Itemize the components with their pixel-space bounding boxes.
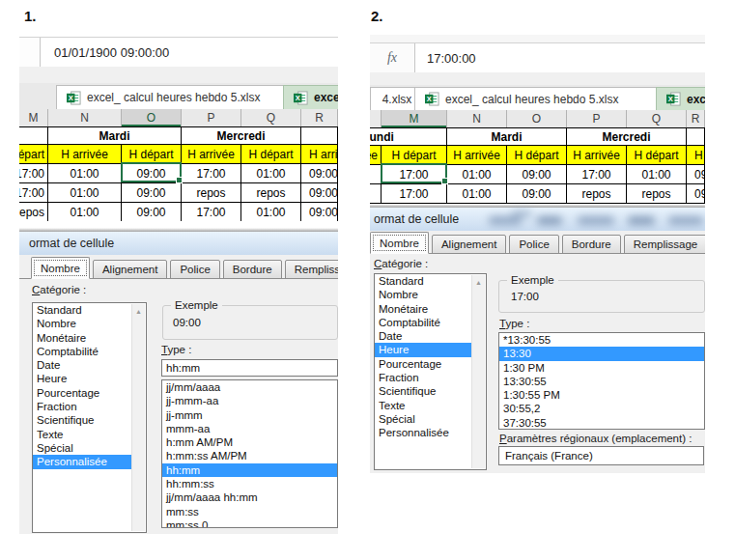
category-option-9[interactable]: Texte [33,428,132,441]
data-cell-0-4[interactable]: 01:00 [241,164,301,183]
column-header-N[interactable]: N [447,110,507,127]
data-cell-0-5[interactable]: 01:00 [627,165,687,184]
day-cell-0[interactable] [19,127,48,145]
data-cell-1-1[interactable]: 17:00 [382,184,447,204]
type-option-3[interactable]: mmm-aa [162,422,337,435]
dialog-tab-0[interactable]: Nombre [370,232,429,254]
category-option-3[interactable]: Comptabilité [375,316,472,329]
column-header-R[interactable]: R [301,109,338,126]
data-cell-0-3[interactable]: 09:00 [507,165,567,184]
data-cell-2-1[interactable]: 01:00 [48,203,122,222]
category-option-2[interactable]: Monétaire [375,302,472,316]
day-cell-1[interactable]: Mardi [447,128,567,146]
dialog-tab-1[interactable]: Alignement [432,235,507,254]
type-input[interactable]: hh:mm [161,359,338,377]
name-box-fragment[interactable] [19,38,41,67]
category-listbox[interactable]: StandardNombreMonétaireComptabilitéDateH… [374,273,487,470]
category-option-8[interactable]: Scientifique [375,384,472,398]
day-cell-2[interactable]: Mercredi [182,127,301,145]
header-cell-2[interactable]: H départ [122,145,182,164]
day-cell-1[interactable]: Mardi [48,127,182,145]
category-option-4[interactable]: Date [33,358,132,372]
category-option-3[interactable]: Comptabilité [33,345,132,358]
formula-bar[interactable]: 17:00:00 [415,43,705,72]
header-cell-2[interactable]: H arrivée [447,146,507,165]
data-cell-1-3[interactable]: 09:00 [507,184,567,204]
insert-function-button[interactable]: fx [370,43,415,72]
header-cell-4[interactable]: H départ [241,145,301,164]
category-option-6[interactable]: Pourcentage [33,386,132,400]
column-header-O[interactable]: O [507,110,567,127]
type-option-4[interactable]: 1:30:55 PM [499,388,704,402]
header-cell-5[interactable]: H arrivée [301,145,338,164]
workbook-tab-next[interactable]: X excel [283,85,338,109]
header-cell-3[interactable]: H arrivée [182,145,241,164]
column-header-P[interactable]: P [182,109,241,126]
type-option-1[interactable]: jj-mmm-aa [162,394,337,407]
data-cell-0-5[interactable]: 09:00 [301,164,338,183]
data-cell-2-5[interactable]: 09:00 [301,203,338,222]
category-option-0[interactable]: Standard [33,303,132,317]
workbook-tab-next[interactable]: X excel [656,87,705,110]
category-option-1[interactable]: Nombre [33,317,132,330]
data-cell-1-5[interactable]: repos [627,184,687,204]
dialog-tab-1[interactable]: Alignement [93,260,168,279]
header-cell-5[interactable]: H départ [627,146,687,165]
category-option-5[interactable]: Heure [33,372,132,385]
type-option-5[interactable]: 30:55,2 [499,402,704,415]
type-option-2[interactable]: jj-mmm [162,408,337,422]
type-option-9[interactable]: mm:ss [162,505,337,518]
dialog-titlebar[interactable]: ormat de cellule [370,208,705,231]
data-cell-0-2[interactable]: 01:00 [447,165,507,184]
type-option-1[interactable]: 13:30 [499,347,704,360]
type-option-8[interactable]: jj/mm/aaaa hh:mm [162,490,337,504]
header-cell-1[interactable]: H arrivée [48,145,122,164]
data-cell-1-0[interactable]: 17:00 [19,183,48,203]
regional-settings-combobox[interactable]: Français (France) [498,446,704,465]
day-cell-0[interactable]: Lundi [370,128,447,146]
category-option-5[interactable]: Heure [375,343,472,356]
scrollbar[interactable] [471,275,485,468]
dialog-tab-3[interactable]: Bordure [562,235,621,254]
data-cell-0-6[interactable]: 09:00 [687,165,705,184]
type-option-10[interactable]: mm:ss,0 [162,518,337,528]
data-cell-1-3[interactable]: repos [182,183,241,203]
fill-handle[interactable] [176,177,183,183]
fill-handle[interactable] [441,178,448,184]
column-header-Q[interactable]: Q [241,109,301,126]
dialog-tab-4[interactable]: Remplissage [624,235,705,254]
workbook-tab-active[interactable]: X excel_ calcul heures hebdo 5.xlsx [414,87,674,110]
type-option-2[interactable]: 1:30 PM [499,361,704,375]
day-cell-3[interactable] [301,127,338,145]
header-cell-3[interactable]: H départ [507,146,567,165]
day-cell-2[interactable]: Mercredi [567,128,687,146]
column-header-M[interactable]: M [382,110,447,127]
workbook-tab-active[interactable]: X excel_ calcul heures hebdo 5.xlsx [56,85,302,109]
data-cell-2-4[interactable]: 01:00 [241,203,301,222]
data-cell-0-4[interactable]: 17:00 [567,165,627,184]
category-option-11[interactable]: Personnalisée [33,455,132,468]
data-cell-1-0[interactable] [370,184,382,204]
data-cell-1-4[interactable]: repos [567,184,627,204]
day-cell-3[interactable] [687,128,705,146]
header-cell-6[interactable]: H arrivée [687,146,705,165]
dialog-tab-2[interactable]: Police [170,260,219,279]
data-cell-1-2[interactable]: 09:00 [122,183,182,203]
header-cell-4[interactable]: H arrivée [567,146,627,165]
type-option-0[interactable]: jj/mm/aaaa [162,380,337,394]
data-cell-0-1[interactable]: 01:00 [48,164,122,183]
data-cell-0-3[interactable]: 17:00 [182,164,241,183]
data-cell-1-6[interactable]: 09:00 [687,184,705,204]
category-option-9[interactable]: Texte [375,399,472,412]
type-listbox[interactable]: *13:30:5513:301:30 PM13:30:551:30:55 PM3… [498,332,705,430]
formula-bar[interactable]: 01/01/1900 09:00:00 [41,38,338,67]
dialog-tab-0[interactable]: Nombre [31,257,90,279]
type-option-6[interactable]: hh:mm [162,463,337,477]
category-listbox[interactable]: StandardNombreMonétaireComptabilitéDateH… [32,302,147,533]
header-cell-0[interactable]: H arrivée [370,146,382,165]
data-cell-2-3[interactable]: 17:00 [182,203,241,222]
category-option-10[interactable]: Spécial [375,412,472,426]
dialog-tab-4[interactable]: Remplissage [285,260,338,279]
column-header-0[interactable] [370,110,382,127]
column-header-R[interactable]: R [687,110,705,127]
